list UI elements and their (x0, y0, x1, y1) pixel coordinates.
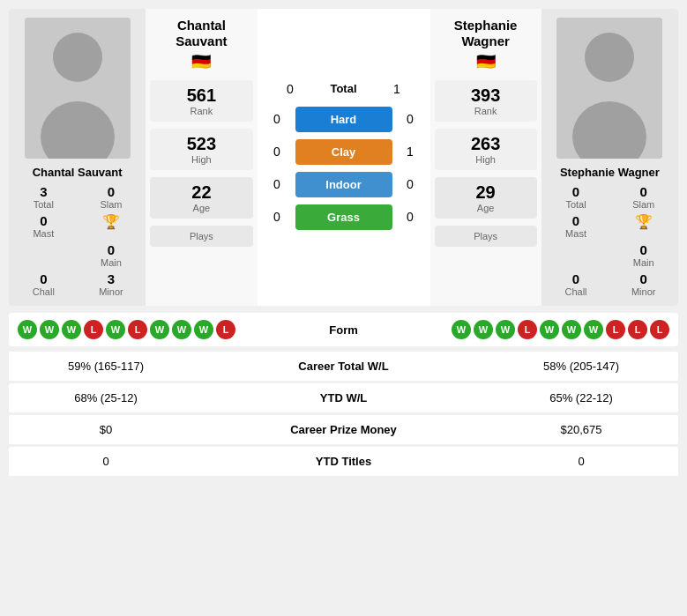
right-player-avatar (556, 18, 662, 159)
form-badge-right: W (584, 320, 603, 339)
right-rank-block: 393 Rank (435, 80, 537, 122)
right-player-card: Stephanie Wagner 0 Total 0 Slam 0 Mast 🏆 (541, 9, 678, 306)
left-stat-minor: 3 Minor (81, 271, 142, 297)
left-trophy-icon: 🏆 (81, 213, 142, 239)
form-badge-left: W (62, 320, 81, 339)
right-stat-mast: 0 Mast (546, 213, 607, 239)
left-player-card: Chantal Sauvant 3 Total 0 Slam 0 Mast 🏆 (9, 9, 146, 306)
form-badge-left: W (172, 320, 191, 339)
left-stat-mast: 0 Mast (13, 213, 74, 239)
hard-right-score: 0 (400, 112, 422, 126)
form-section: WWWLWLWWWL Form WWWLWWWLLL (9, 313, 678, 346)
left-stat-slam: 0 Slam (81, 184, 142, 210)
right-player-header: Stephanie Wagner 🇩🇪 (435, 18, 537, 71)
court-row-clay: 0 Clay 1 (266, 139, 422, 165)
ytd-wl-right: 65% (22-12) (493, 391, 669, 404)
clay-right-score: 1 (400, 145, 422, 159)
left-stats-panel: Chantal Sauvant 🇩🇪 561 Rank 523 High 22 … (146, 9, 257, 306)
form-badge-right: W (540, 320, 559, 339)
form-badge-right: L (650, 320, 669, 339)
form-badge-right: L (628, 320, 647, 339)
right-stat-main-placeholder (546, 242, 607, 268)
left-high-number: 523 (163, 134, 239, 154)
right-rank-label: Rank (448, 106, 524, 116)
form-badge-left: W (194, 320, 213, 339)
right-stats-grid: 0 Total 0 Slam 0 Mast 🏆 0 (546, 184, 674, 297)
form-badge-left: L (216, 320, 235, 339)
left-player-header: Chantal Sauvant 🇩🇪 (150, 18, 252, 71)
right-high-block: 263 High (435, 129, 537, 170)
form-badge-right: W (496, 320, 515, 339)
right-plays-block: Plays (435, 226, 537, 247)
left-flag: 🇩🇪 (150, 52, 252, 71)
form-badge-left: W (18, 320, 37, 339)
right-stat-main: 0 Main (613, 242, 674, 268)
main-container: Chantal Sauvant 3 Total 0 Slam 0 Mast 🏆 (0, 0, 687, 487)
form-badge-left: W (40, 320, 59, 339)
right-stat-slam: 0 Slam (613, 184, 674, 210)
ytd-wl-label: YTD W/L (194, 391, 493, 404)
left-player-name: Chantal Sauvant (33, 166, 123, 179)
indoor-right-score: 0 (400, 177, 422, 191)
right-plays-label: Plays (448, 231, 524, 241)
clay-button[interactable]: Clay (295, 139, 392, 165)
court-row-grass: 0 Grass 0 (266, 204, 422, 230)
left-stat-total: 3 Total (13, 184, 74, 210)
right-age-block: 29 Age (435, 177, 537, 219)
form-badge-left: L (84, 320, 103, 339)
grass-left-score: 0 (266, 210, 288, 224)
right-age-number: 29 (448, 182, 524, 203)
right-age-label: Age (448, 203, 524, 213)
indoor-button[interactable]: Indoor (295, 172, 392, 197)
form-badge-left: W (150, 320, 169, 339)
left-rank-label: Rank (163, 106, 239, 116)
total-left-score: 0 (280, 82, 302, 96)
right-rank-number: 393 (448, 85, 524, 106)
court-section: 0 Total 1 0 Hard 0 0 Clay 1 0 Indoor 0 0 (258, 9, 430, 306)
grass-button[interactable]: Grass (295, 204, 392, 230)
ytd-titles-label: YTD Titles (194, 455, 493, 468)
left-plays-block: Plays (150, 226, 252, 247)
left-age-block: 22 Age (150, 177, 252, 219)
right-high-number: 263 (448, 134, 524, 154)
left-plays-label: Plays (163, 231, 239, 241)
form-badge-left: L (128, 320, 147, 339)
career-total-right: 58% (205-147) (493, 360, 669, 373)
clay-left-score: 0 (266, 145, 288, 159)
form-badge-right: W (562, 320, 581, 339)
ytd-titles-left: 0 (18, 455, 194, 468)
career-total-row: 59% (165-117) Career Total W/L 58% (205-… (9, 352, 678, 381)
left-age-label: Age (163, 203, 239, 213)
indoor-left-score: 0 (266, 177, 288, 191)
grass-right-score: 0 (400, 210, 422, 224)
left-stats-grid: 3 Total 0 Slam 0 Mast 🏆 0 (13, 184, 141, 297)
right-trophy-icon: 🏆 (613, 213, 674, 239)
left-form-results: WWWLWLWWWL (18, 320, 291, 339)
form-badge-right: W (474, 320, 493, 339)
right-stat-total: 0 Total (546, 184, 607, 210)
career-prize-label: Career Prize Money (194, 423, 493, 436)
total-right-score: 1 (386, 82, 408, 96)
ytd-titles-row: 0 YTD Titles 0 (9, 447, 678, 476)
court-row-indoor: 0 Indoor 0 (266, 172, 422, 197)
right-high-label: High (448, 154, 524, 165)
right-stat-minor: 0 Minor (613, 271, 674, 297)
total-row: 0 Total 1 (266, 82, 422, 96)
career-total-left: 59% (165-117) (18, 360, 194, 373)
right-form-results: WWWLWWWLLL (397, 320, 670, 339)
left-header-name: Chantal Sauvant (150, 18, 252, 49)
right-player-name: Stephanie Wagner (560, 166, 660, 179)
right-stat-chall: 0 Chall (546, 271, 607, 297)
right-header-name: Stephanie Wagner (435, 18, 537, 49)
career-total-label: Career Total W/L (194, 360, 493, 373)
left-stat-main: 0 Main (81, 242, 142, 268)
hard-left-score: 0 (266, 112, 288, 126)
left-player-avatar (25, 18, 131, 159)
left-stat-chall: 0 Chall (13, 271, 74, 297)
left-age-number: 22 (163, 182, 239, 203)
career-prize-left: $0 (18, 423, 194, 436)
svg-point-1 (53, 33, 102, 82)
hard-button[interactable]: Hard (295, 107, 392, 132)
left-rank-block: 561 Rank (150, 80, 252, 122)
career-prize-row: $0 Career Prize Money $20,675 (9, 415, 678, 444)
